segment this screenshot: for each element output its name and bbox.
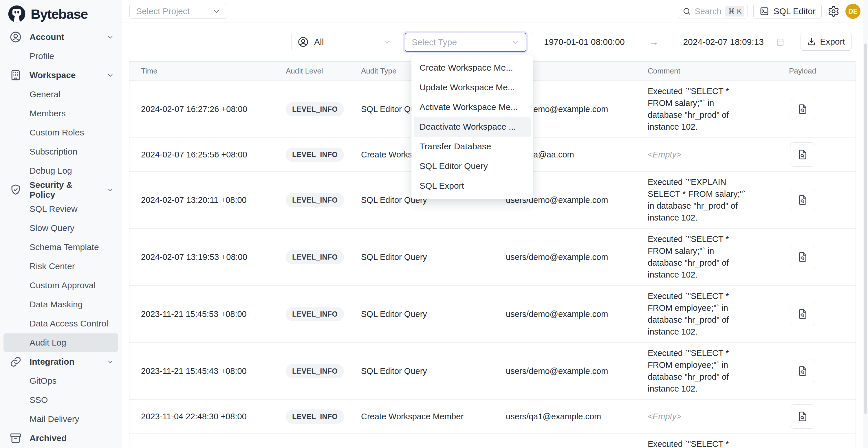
sidebar-item-general[interactable]: General: [3, 85, 118, 104]
cell-time: 2023-11-21 15:45:43 +08:00: [129, 366, 286, 376]
level-badge: LEVEL_INFO: [286, 364, 344, 378]
sidebar-item-custom-roles[interactable]: Custom Roles: [3, 123, 118, 142]
export-button[interactable]: Export: [801, 33, 851, 51]
cell-time: 2023-11-04 22:48:30 +08:00: [129, 412, 286, 421]
sidebar-item-subscription[interactable]: Subscription: [3, 142, 118, 161]
cell-comment: Executed `"SELECT * FROM salary;"` in da…: [648, 233, 761, 281]
project-select[interactable]: Select Project: [129, 4, 227, 19]
search-shortcut-badge: ⌘ K: [725, 6, 745, 17]
cell-audit-level: LEVEL_INFO: [286, 364, 361, 378]
cell-time: 2024-02-07 16:25:56 +08:00: [129, 150, 286, 159]
dropdown-item-transfer-database[interactable]: Transfer Database: [411, 137, 533, 156]
arrow-right-icon: →: [625, 37, 683, 47]
chevron-down-icon: [106, 358, 114, 365]
type-filter-select[interactable]: Select Type: [405, 33, 526, 52]
payload-view-button[interactable]: [790, 404, 815, 428]
sidebar-section-archived[interactable]: Archived: [3, 429, 118, 447]
sidebar-item-schema-template[interactable]: Schema Template: [3, 238, 118, 256]
dropdown-item-sql-export[interactable]: SQL Export: [411, 176, 533, 196]
file-search-icon: [797, 308, 808, 320]
sidebar-section-label: Archived: [30, 433, 67, 443]
level-badge: LEVEL_INFO: [286, 193, 344, 207]
column-header-comment: Comment: [648, 67, 761, 75]
search-placeholder: Search: [694, 7, 721, 16]
avatar[interactable]: DE: [845, 4, 861, 19]
search-icon: [682, 7, 691, 15]
payload-view-button[interactable]: [790, 97, 815, 121]
dropdown-item-update-workspace-me-[interactable]: Update Workspace Me...: [411, 77, 533, 97]
payload-view-button[interactable]: [790, 188, 815, 212]
sidebar-item-audit-log[interactable]: Audit Log: [3, 333, 118, 352]
sidebar-item-sql-review[interactable]: SQL Review: [3, 200, 118, 218]
sidebar-nav: AccountProfileWorkspaceGeneralMembersCus…: [0, 26, 122, 447]
filter-bar: All Select Type 1970-01-01 08:00:00 → 20…: [122, 23, 868, 52]
file-search-icon: [797, 411, 808, 422]
cell-actor: users/demo@example.com: [506, 366, 648, 376]
sidebar-section-label: Security & Policy: [30, 180, 99, 200]
sidebar-item-profile[interactable]: Profile: [3, 47, 118, 65]
payload-view-button[interactable]: [790, 142, 815, 167]
cell-audit-level: LEVEL_INFO: [286, 410, 361, 424]
cell-comment: Executed `"SELECT * FROM employee;"` in …: [648, 347, 761, 395]
dropdown-item-activate-workspace-me-[interactable]: Activate Workspace Me...: [411, 97, 533, 117]
table-row: 2023-11-04 22:48:30 +08:00LEVEL_INFOCrea…: [129, 399, 856, 433]
search-input[interactable]: Search ⌘ K: [678, 4, 748, 19]
sidebar-item-gitops[interactable]: GitOps: [3, 372, 118, 390]
user-circle-icon: [297, 36, 309, 48]
payload-view-button[interactable]: [790, 302, 815, 326]
level-badge: LEVEL_INFO: [286, 307, 344, 321]
file-search-icon: [797, 103, 808, 115]
level-badge: LEVEL_INFO: [286, 250, 344, 264]
type-filter-dropdown: Create Workspace Me...Update Workspace M…: [411, 55, 533, 199]
table-row: 2023-11-21 15:45:43 +08:00LEVEL_INFOSQL …: [129, 342, 856, 399]
chevron-down-icon: [106, 71, 114, 79]
sidebar-section-integration[interactable]: Integration: [3, 352, 118, 371]
date-from: 1970-01-01 08:00:00: [544, 37, 625, 47]
cell-comment: Executed `"SELECT * FROM employee;"` in …: [648, 290, 761, 338]
payload-view-button[interactable]: [790, 359, 815, 383]
date-to: 2024-02-07 18:09:13: [683, 37, 764, 47]
sql-editor-button[interactable]: SQL Editor: [753, 4, 822, 19]
level-badge: LEVEL_INFO: [286, 102, 344, 116]
actor-filter-value: All: [314, 37, 324, 47]
cell-audit-type: SQL Editor Query: [361, 252, 506, 262]
sidebar-item-debug-log[interactable]: Debug Log: [3, 161, 118, 180]
cell-comment: Executed `"EXPLAIN SELECT * FROM salary;…: [648, 176, 761, 224]
sidebar-item-members[interactable]: Members: [3, 104, 118, 123]
payload-view-button[interactable]: [790, 245, 815, 269]
sidebar-item-slow-query[interactable]: Slow Query: [3, 219, 118, 237]
dropdown-item-deactivate-workspace-[interactable]: Deactivate Workspace ...: [414, 117, 531, 137]
sidebar-section-account[interactable]: Account: [3, 28, 118, 46]
dropdown-item-sql-editor-query[interactable]: SQL Editor Query: [411, 156, 533, 176]
cell-payload: [761, 142, 844, 167]
sidebar-item-sso[interactable]: SSO: [3, 391, 118, 409]
cell-comment: Executed `"SELECT * FROM department;"` i…: [648, 438, 761, 448]
cell-comment: <Empty>: [648, 150, 761, 159]
chevron-down-icon: [106, 186, 114, 194]
gear-icon[interactable]: [828, 5, 840, 18]
sidebar-section-workspace[interactable]: Workspace: [3, 66, 118, 85]
file-search-icon: [797, 365, 808, 377]
date-range-picker[interactable]: 1970-01-01 08:00:00 → 2024-02-07 18:09:1…: [531, 33, 791, 51]
scrollbar-thumb[interactable]: [864, 43, 867, 414]
cell-actor: users/qa1@example.com: [506, 412, 648, 421]
app-logo[interactable]: Bytebase: [0, 0, 122, 26]
sidebar-item-mail-delivery[interactable]: Mail Delivery: [3, 410, 118, 428]
topbar: Select Project Search ⌘ K SQL Editor DE: [122, 0, 868, 23]
sidebar-item-risk-center[interactable]: Risk Center: [3, 257, 118, 276]
sidebar-section-security-policy[interactable]: Security & Policy: [3, 181, 118, 199]
cell-comment: <Empty>: [648, 412, 761, 421]
sidebar-item-data-access-control[interactable]: Data Access Control: [3, 314, 118, 333]
file-search-icon: [797, 194, 808, 206]
cell-audit-type: Create Workspace Member: [361, 412, 506, 421]
actor-filter-select[interactable]: All: [291, 33, 397, 51]
file-search-icon: [797, 251, 808, 263]
sidebar-item-custom-approval[interactable]: Custom Approval: [3, 276, 118, 295]
vertical-scrollbar[interactable]: [863, 0, 868, 448]
sidebar: Bytebase AccountProfileWorkspaceGeneralM…: [0, 0, 122, 448]
table-row: 2024-02-07 13:19:53 +08:00LEVEL_INFOSQL …: [129, 228, 856, 285]
type-filter-placeholder: Select Type: [412, 37, 457, 47]
sidebar-item-data-masking[interactable]: Data Masking: [3, 295, 118, 314]
dropdown-item-create-workspace-me-[interactable]: Create Workspace Me...: [411, 58, 533, 77]
cell-time: 2024-02-07 16:27:26 +08:00: [129, 104, 286, 114]
